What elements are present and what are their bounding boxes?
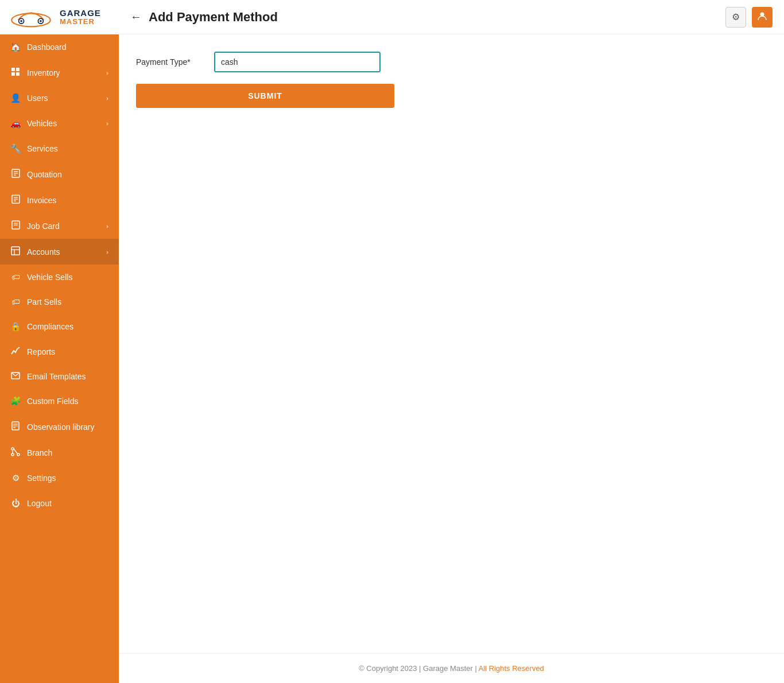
vehicle-sells-icon: 🏷 [10,272,21,282]
chevron-icon: › [106,120,108,127]
compliances-icon: 🔒 [10,321,21,332]
sidebar-item-services[interactable]: 🔧 Services [0,136,119,161]
sidebar-item-label: Users [27,94,100,103]
sidebar-item-label: Settings [27,474,108,483]
chevron-icon: › [106,249,108,255]
topbar-left: ← Add Payment Method [130,10,278,25]
jobcard-icon [10,220,21,231]
sidebar-item-label: Vehicles [27,119,100,128]
vehicles-icon: 🚗 [10,118,21,129]
chevron-icon: › [106,223,108,230]
svg-point-28 [11,448,14,450]
sidebar-item-label: Logout [27,499,108,508]
inventory-icon [10,67,21,78]
payment-type-row: Payment Type* [136,52,767,72]
footer-highlight: All Rights Reserved [479,664,544,673]
sidebar-item-settings[interactable]: ⚙ Settings [0,465,119,491]
sidebar-item-inventory[interactable]: Inventory › [0,60,119,86]
sidebar-item-label: Reports [27,347,108,356]
branch-icon [10,447,21,458]
submit-button[interactable]: SUBMIT [136,84,394,108]
svg-rect-6 [16,68,20,71]
sidebar-item-observation-library[interactable]: Observation library [0,414,119,440]
page-title: Add Payment Method [149,10,278,25]
svg-rect-8 [16,72,20,76]
sidebar-item-users[interactable]: 👤 Users › [0,86,119,111]
sidebar-item-label: Accounts [27,247,100,257]
sidebar-item-compliances[interactable]: 🔒 Compliances [0,314,119,339]
logo-garage: GARAGE [60,9,101,18]
sidebar-item-jobcard[interactable]: Job Card › [0,213,119,239]
sidebar-item-label: Vehicle Sells [27,273,108,282]
settings-icon: ⚙ [10,473,21,483]
dashboard-icon: 🏠 [10,42,21,52]
svg-line-32 [14,449,17,453]
payment-type-input[interactable] [214,52,381,72]
svg-rect-5 [11,68,15,71]
quotation-icon [10,169,21,180]
chevron-icon: › [106,95,108,102]
gear-icon: ⚙ [732,11,740,22]
topbar-right: ⚙ [725,7,773,28]
custom-fields-icon: 🧩 [10,396,21,406]
topbar: ← Add Payment Method ⚙ [119,0,784,34]
sidebar-item-branch[interactable]: Branch [0,440,119,465]
logo-master: MASTER [60,18,101,26]
sidebar-item-email-templates[interactable]: Email Templates [0,364,119,389]
svg-point-29 [17,453,20,456]
sidebar-item-label: Quotation [27,170,108,179]
users-icon: 👤 [10,93,21,103]
svg-rect-20 [11,247,20,255]
sidebar-item-label: Dashboard [27,42,108,52]
logo-text: GARAGE MASTER [60,9,101,26]
sidebar-item-label: Email Templates [27,372,108,381]
accounts-icon [10,246,21,257]
sidebar-item-logout[interactable]: ⏻ Logout [0,491,119,515]
sidebar-item-accounts[interactable]: Accounts › [0,239,119,265]
settings-button[interactable]: ⚙ [725,7,746,28]
services-icon: 🔧 [10,143,21,154]
submit-row: SUBMIT [136,84,767,108]
sidebar-item-label: Compliances [27,322,108,331]
email-icon [10,371,21,381]
sidebar-item-label: Job Card [27,222,100,231]
sidebar-item-label: Inventory [27,68,100,77]
sidebar-item-dashboard[interactable]: 🏠 Dashboard [0,34,119,60]
payment-type-label: Payment Type* [136,57,205,67]
sidebar: GARAGE MASTER 🏠 Dashboard Inventory › 👤 … [0,0,119,683]
user-profile-button[interactable] [752,7,773,28]
svg-point-0 [11,13,51,26]
footer-text: © Copyright 2023 | Garage Master | All R… [359,664,544,673]
chevron-icon: › [106,69,108,76]
invoices-icon [10,195,21,205]
sidebar-item-reports[interactable]: Reports [0,339,119,364]
main-area: ← Add Payment Method ⚙ Payment Type* [119,0,784,683]
sidebar-item-custom-fields[interactable]: 🧩 Custom Fields [0,389,119,414]
reports-icon [10,347,21,356]
svg-point-30 [11,453,14,456]
footer: © Copyright 2023 | Garage Master | All R… [119,653,784,683]
part-sells-icon: 🏷 [10,297,21,306]
logout-icon: ⏻ [10,498,21,508]
sidebar-item-label: Invoices [27,196,108,205]
sidebar-item-label: Services [27,144,108,153]
svg-point-4 [40,20,42,22]
nav-list: 🏠 Dashboard Inventory › 👤 Users › 🚗 Vehi… [0,34,119,515]
sidebar-item-label: Branch [27,448,108,457]
observation-icon [10,421,21,432]
sidebar-item-label: Part Sells [27,297,108,306]
content-area: Payment Type* SUBMIT [119,34,784,653]
sidebar-item-vehicles[interactable]: 🚗 Vehicles › [0,111,119,136]
svg-point-2 [20,20,22,22]
sidebar-item-part-sells[interactable]: 🏷 Part Sells [0,289,119,314]
user-icon [757,11,767,24]
sidebar-item-quotation[interactable]: Quotation [0,161,119,187]
back-button[interactable]: ← [130,10,142,24]
svg-rect-7 [11,72,15,76]
sidebar-item-label: Observation library [27,422,108,432]
sidebar-item-vehicle-sells[interactable]: 🏷 Vehicle Sells [0,265,119,289]
logo-area: GARAGE MASTER [0,0,119,34]
sidebar-item-invoices[interactable]: Invoices [0,187,119,213]
sidebar-item-label: Custom Fields [27,397,108,406]
